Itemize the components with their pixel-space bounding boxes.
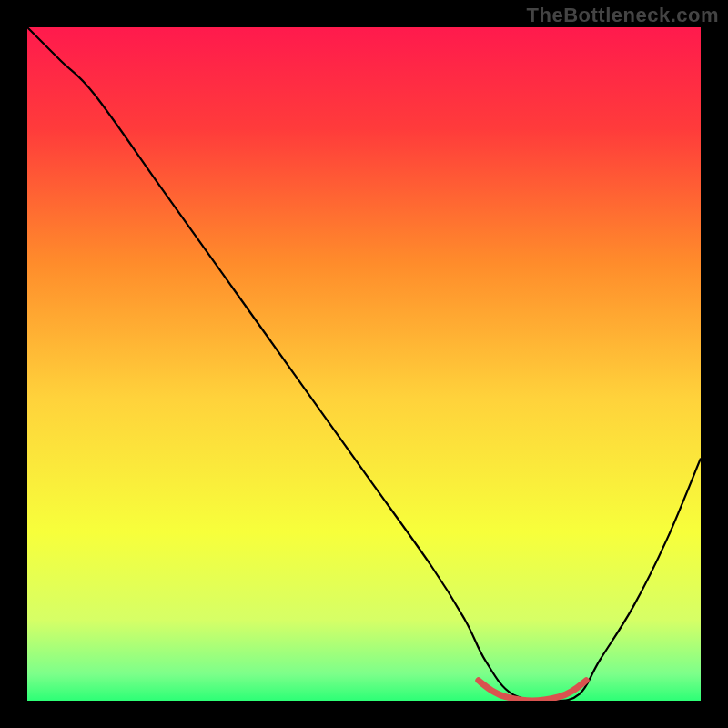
plot-area: [27, 27, 701, 701]
chart-frame: TheBottleneck.com: [0, 0, 728, 728]
chart-svg: [27, 27, 701, 701]
watermark-text: TheBottleneck.com: [527, 4, 719, 27]
gradient-background: [27, 27, 701, 701]
